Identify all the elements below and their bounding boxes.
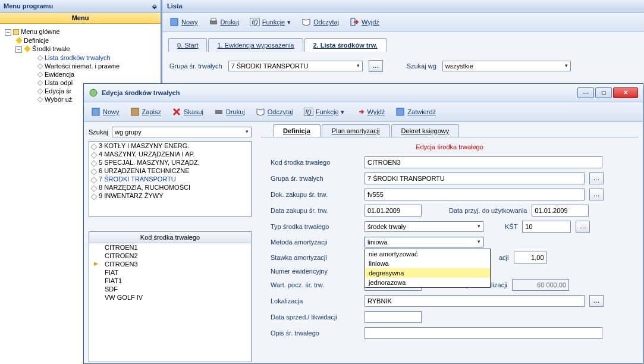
table-row[interactable]: CITROEN2: [89, 252, 251, 260]
dok-input[interactable]: [365, 189, 585, 200]
dlg-drukuj-button[interactable]: Drukuj: [212, 106, 247, 118]
approve-icon: [395, 107, 405, 117]
nowy-button[interactable]: Nowy: [167, 16, 200, 28]
tree-srodki[interactable]: −Środki trwałe: [2, 45, 158, 54]
tree-root[interactable]: −Menu główne: [2, 27, 158, 36]
dialog-right-pane: Definicja Plan amortyzacji Dekret księgo…: [256, 122, 643, 364]
exit-icon: [350, 17, 359, 27]
list-item[interactable]: 9 INWENTARZ ŻYWY: [89, 192, 251, 200]
pin-icon[interactable]: ⬙: [152, 3, 157, 10]
close-button[interactable]: ✕: [613, 87, 638, 98]
grupa-input[interactable]: [365, 172, 585, 184]
folder-icon: [13, 29, 19, 35]
groups-listbox[interactable]: 3 KOTŁY I MASZYNY ENERG. 4 MASZYNY, URZĄ…: [89, 141, 252, 217]
kst-input[interactable]: [522, 221, 571, 233]
dropdown-option[interactable]: jednorazowa: [365, 278, 490, 287]
dlg-zatwierdz-button[interactable]: Zatwierdź: [393, 106, 438, 118]
maximize-button[interactable]: ◻: [595, 87, 612, 98]
wyjdz-button[interactable]: Wyjdź: [347, 16, 382, 28]
funkcje-button[interactable]: f()Funkcje ▾: [247, 17, 293, 27]
svg-rect-0: [171, 18, 178, 26]
dlg-nowy-button[interactable]: Nowy: [89, 106, 122, 118]
book-icon: [301, 17, 311, 27]
tab-ewidencja[interactable]: 1. Ewidencja wyposażenia: [208, 38, 303, 52]
minimize-button[interactable]: —: [577, 87, 594, 98]
dropdown-option-highlighted[interactable]: degresywna: [365, 268, 490, 278]
dlg-odczytaj-button[interactable]: Odczytaj: [253, 106, 296, 118]
datas-input[interactable]: [365, 311, 422, 323]
odczytaj-button[interactable]: Odczytaj: [299, 16, 341, 28]
table-row[interactable]: SDF: [89, 285, 251, 293]
tree-leaf-ewidencja[interactable]: Ewidencja: [2, 70, 158, 79]
inner-tabs: Definicja Plan amortyzacji Dekret księgo…: [273, 124, 638, 137]
diamond-icon: [37, 64, 43, 70]
list-item-selected[interactable]: 7 ŚRODKI TRANSPORTU: [89, 175, 251, 183]
assets-grid[interactable]: Kod środka trwałego CITROEN1 CITROEN2 CI…: [89, 231, 252, 362]
opis-input[interactable]: [365, 327, 602, 339]
list-item[interactable]: 4 MASZYNY, URZĄDZENIA I AP.: [89, 150, 251, 158]
tree-leaf-lista[interactable]: Lista środków trwałych: [2, 54, 158, 62]
dropdown-option[interactable]: liniowa: [365, 259, 490, 268]
typ-label: Typ środka trwałego: [271, 223, 360, 230]
dlg-funkcje-button[interactable]: f()Funkcje ▾: [301, 106, 347, 117]
dlg-skasuj-button[interactable]: Skasuj: [169, 106, 206, 118]
datas-label: Data sprzed./ likwidacji: [271, 313, 360, 321]
collapse-icon[interactable]: −: [15, 46, 22, 53]
tree-definicje[interactable]: Definicje: [2, 36, 158, 45]
tab-lista-srodkow[interactable]: 2. Lista środków trw.: [304, 38, 387, 52]
dlg-zapisz-button[interactable]: Zapisz: [128, 106, 164, 118]
szukaj-label: Szukaj wg: [407, 62, 436, 70]
drukuj-button[interactable]: Drukuj: [206, 16, 242, 28]
dlg-wyjdz-button[interactable]: Wyjdź: [353, 106, 387, 118]
tree-leaf-wartosci[interactable]: Wartości niemat. i prawne: [2, 62, 158, 70]
grid-header: Kod środka trwałego: [89, 232, 251, 243]
warta-input: [512, 279, 569, 291]
datap-input[interactable]: [532, 205, 589, 216]
dialog-titlebar[interactable]: Edycja środków trwałych — ◻ ✕: [84, 84, 643, 102]
dropdown-option[interactable]: nie amortyzować: [365, 249, 490, 259]
tab-definicja[interactable]: Definicja: [273, 124, 321, 137]
grupa-lookup-button[interactable]: …: [369, 60, 383, 72]
svg-rect-6: [215, 110, 222, 114]
acji-fragment: acji: [499, 254, 509, 261]
lok-input[interactable]: [365, 295, 585, 307]
kst-lookup-button[interactable]: …: [576, 221, 590, 233]
diamond-icon: [24, 45, 30, 52]
lok-lookup-button[interactable]: …: [589, 295, 604, 307]
opis-label: Opis śr. trwałego: [271, 330, 360, 337]
szukaj-combo[interactable]: wg grupy: [112, 127, 252, 137]
list-item[interactable]: 8 NARZĘDZIA, RUCHOMOŚCI: [89, 183, 251, 192]
menu-panel-title: Menu programu: [4, 2, 53, 10]
szukaj-combo[interactable]: wszystkie: [442, 61, 571, 71]
collapse-icon[interactable]: −: [5, 29, 11, 36]
diamond-icon: [37, 80, 43, 86]
kod-label: Kod środka trwałego: [271, 159, 360, 166]
table-row-selected[interactable]: CITROEN3: [89, 260, 251, 268]
metoda-combo[interactable]: liniowa: [365, 237, 483, 247]
tab-start[interactable]: 0. Start: [168, 38, 207, 52]
table-row[interactable]: CITROEN1: [89, 243, 251, 252]
tab-plan[interactable]: Plan amortyzacji: [322, 124, 390, 137]
grupa-lookup-button[interactable]: …: [589, 172, 604, 184]
table-row[interactable]: FIAT1: [89, 277, 251, 285]
kod-input[interactable]: [365, 156, 602, 168]
dataz-input[interactable]: [365, 205, 422, 216]
list-item[interactable]: 3 KOTŁY I MASZYNY ENERG.: [89, 142, 251, 150]
typ-combo[interactable]: środek trwały: [365, 221, 483, 232]
list-panel-title: Lista: [162, 0, 644, 12]
dialog-left-pane: Szukaj wg grupy 3 KOTŁY I MASZYNY ENERG.…: [84, 122, 256, 364]
kst-label: KŚT: [505, 223, 517, 230]
list-item[interactable]: 6 URZĄDZENIA TECHNICZNE: [89, 167, 251, 175]
szukaj-label: Szukaj: [89, 128, 108, 136]
svg-rect-7: [397, 108, 404, 115]
list-tabs: 0. Start 1. Ewidencja wyposażenia 2. Lis…: [162, 32, 644, 52]
acji-input[interactable]: [514, 252, 547, 263]
list-item[interactable]: 5 SPECJAL. MASZYNY, URZĄDZ.: [89, 158, 251, 167]
table-row[interactable]: VW GOLF IV: [89, 293, 251, 302]
grupa-combo[interactable]: 7 ŚRODKI TRANSPORTU: [228, 61, 363, 71]
filter-row: Grupa śr. trwałych 7 ŚRODKI TRANSPORTU ……: [162, 52, 644, 80]
tab-dekret[interactable]: Dekret księgowy: [391, 124, 460, 137]
dataz-label: Data zakupu śr. trw.: [271, 207, 360, 214]
dok-lookup-button[interactable]: …: [589, 189, 604, 200]
table-row[interactable]: FIAT: [89, 268, 251, 277]
